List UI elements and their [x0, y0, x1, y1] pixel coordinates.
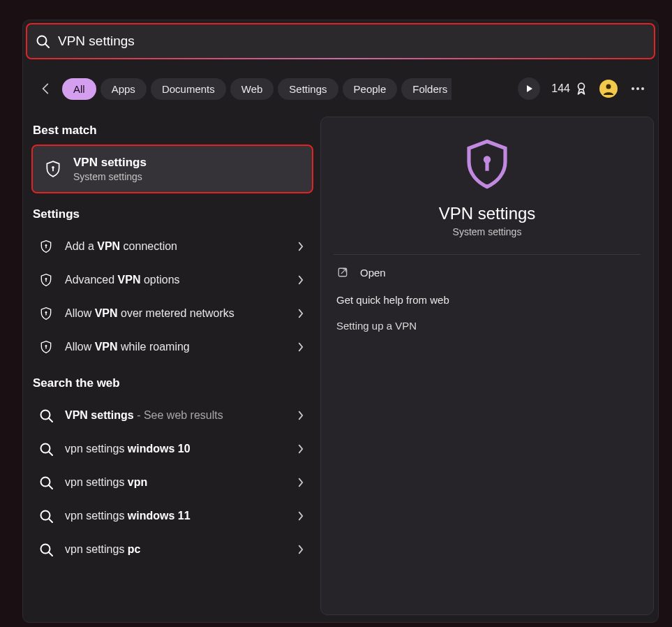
user-avatar[interactable]: [599, 80, 618, 98]
chevron-right-icon: [298, 242, 304, 251]
shield-icon: [38, 340, 54, 354]
best-match-subtitle: System settings: [73, 171, 147, 182]
search-input[interactable]: [58, 34, 645, 49]
best-match-title: VPN settings: [73, 156, 147, 170]
shield-icon: [38, 273, 54, 287]
chevron-right-icon: [298, 342, 304, 352]
expand-filters-button[interactable]: [518, 78, 540, 100]
open-action[interactable]: Open: [321, 255, 653, 290]
more-button[interactable]: [629, 87, 647, 90]
search-icon: [38, 543, 54, 556]
search-icon: [38, 408, 54, 422]
search-bar[interactable]: [27, 24, 654, 58]
filter-documents[interactable]: Documents: [151, 78, 226, 100]
chevron-right-icon: [298, 545, 304, 554]
search-icon: [38, 475, 54, 489]
shield-icon: [44, 160, 62, 178]
filter-web[interactable]: Web: [230, 78, 274, 100]
filter-chips: All Apps Documents Web Settings People F…: [62, 78, 451, 100]
open-icon: [336, 266, 349, 279]
shield-large-icon: [460, 137, 514, 191]
search-web-heading: Search the web: [33, 376, 312, 390]
chevron-right-icon: [298, 444, 304, 454]
search-icon: [38, 442, 54, 456]
settings-result-metered[interactable]: Allow VPN over metered networks: [33, 297, 312, 330]
result-label: vpn settings pc: [65, 543, 287, 556]
preview-subtitle: System settings: [321, 226, 653, 237]
result-label: vpn settings windows 11: [65, 510, 287, 522]
medal-icon: [574, 82, 588, 96]
web-result-1[interactable]: vpn settings windows 10: [33, 432, 312, 466]
results-column: Best match VPN settings System settings …: [33, 117, 312, 566]
person-icon: [602, 82, 615, 95]
result-label: Allow VPN over metered networks: [65, 307, 287, 320]
chevron-right-icon: [298, 511, 304, 521]
web-result-3[interactable]: vpn settings windows 11: [33, 499, 312, 533]
chevron-right-icon: [298, 275, 304, 285]
filter-people[interactable]: People: [343, 78, 398, 100]
best-match-heading: Best match: [33, 124, 312, 138]
search-window: All Apps Documents Web Settings People F…: [22, 20, 659, 623]
search-focus-underline: [27, 58, 654, 59]
result-label: vpn settings windows 10: [65, 443, 287, 455]
chevron-right-icon: [298, 478, 304, 487]
result-label: vpn settings vpn: [65, 476, 287, 489]
settings-result-advanced-vpn[interactable]: Advanced VPN options: [33, 263, 312, 297]
filter-settings[interactable]: Settings: [278, 78, 338, 100]
open-label: Open: [360, 267, 386, 279]
search-icon: [36, 34, 50, 48]
web-result-0[interactable]: VPN settings - See web results: [33, 399, 312, 432]
quick-help-heading: Get quick help from web: [336, 294, 638, 306]
settings-heading: Settings: [33, 207, 312, 221]
filter-folders[interactable]: Folders: [401, 78, 451, 100]
help-link-setup-vpn[interactable]: Setting up a VPN: [336, 320, 638, 332]
preview-panel: VPN settings System settings Open Get qu…: [320, 117, 654, 615]
preview-title: VPN settings: [321, 204, 653, 223]
result-label: Allow VPN while roaming: [65, 341, 287, 353]
best-match-result[interactable]: VPN settings System settings: [33, 146, 312, 192]
ellipsis-icon: [632, 87, 644, 90]
filter-apps[interactable]: Apps: [100, 78, 147, 100]
header-right-cluster: 144: [518, 78, 647, 100]
chevron-right-icon: [298, 309, 304, 318]
web-result-4[interactable]: vpn settings pc: [33, 533, 312, 566]
shield-icon: [38, 307, 54, 320]
result-label: Add a VPN connection: [65, 240, 287, 253]
back-button[interactable]: [34, 78, 57, 100]
search-icon: [38, 509, 54, 523]
chevron-right-icon: [298, 411, 304, 420]
shield-icon: [38, 239, 54, 253]
web-result-2[interactable]: vpn settings vpn: [33, 466, 312, 499]
filter-row: All Apps Documents Web Settings People F…: [34, 73, 647, 104]
points-value: 144: [551, 82, 570, 95]
result-label: Advanced VPN options: [65, 274, 287, 286]
settings-result-add-vpn[interactable]: Add a VPN connection: [33, 230, 312, 263]
filter-all[interactable]: All: [62, 78, 96, 100]
rewards-points[interactable]: 144: [551, 82, 588, 96]
result-label: VPN settings - See web results: [65, 409, 287, 422]
settings-result-roaming[interactable]: Allow VPN while roaming: [33, 330, 312, 364]
